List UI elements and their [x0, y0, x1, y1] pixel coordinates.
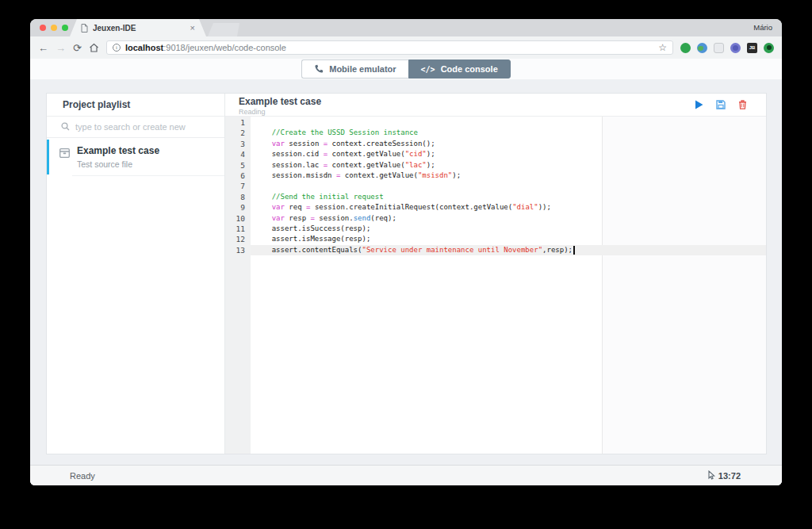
app-page: Mobile emulator </> Code console Project… — [30, 59, 782, 485]
window-controls — [40, 25, 68, 31]
code-line[interactable]: session.lac = context.getValue("lac"); — [251, 160, 766, 171]
line-number: 12 — [225, 234, 251, 244]
extension-green-icon[interactable] — [680, 43, 691, 53]
gutter: 12345678910111213 — [225, 117, 251, 454]
code-editor[interactable]: 12345678910111213 //Create the USSD Sess… — [225, 117, 766, 454]
status-message: Ready — [30, 471, 708, 481]
cursor-pointer-icon — [708, 469, 715, 483]
search-placeholder: type to search or create new — [75, 122, 186, 132]
mobile-emulator-button[interactable]: Mobile emulator — [301, 59, 408, 79]
editor-file-title: Example test case — [239, 97, 695, 106]
url-text[interactable]: localhost:9018/jeuxen/web/code-console — [125, 43, 653, 52]
search-field[interactable]: type to search or create new — [47, 117, 224, 138]
address-bar[interactable]: i localhost:9018/jeuxen/web/code-console… — [106, 40, 673, 55]
code-line[interactable] — [251, 181, 766, 191]
line-number: 5 — [225, 160, 251, 171]
mobile-emulator-label: Mobile emulator — [329, 64, 396, 74]
code-console-button[interactable]: </> Code console — [408, 59, 511, 79]
code-line[interactable]: //Create the USSD Session instance — [251, 128, 766, 138]
browser-avatar-icon[interactable] — [764, 43, 774, 53]
code-line[interactable]: assert.isMessage(resp); — [251, 234, 766, 244]
code-line[interactable]: //Send the initial request — [251, 192, 766, 202]
line-number: 10 — [225, 213, 251, 224]
forward-icon: → — [56, 43, 66, 53]
editor-actions — [695, 94, 766, 109]
reload-icon[interactable]: ⟳ — [73, 43, 82, 53]
code-area[interactable]: //Create the USSD Session instance var s… — [251, 117, 766, 454]
text-cursor — [573, 246, 575, 255]
line-number: 7 — [225, 181, 251, 191]
line-number: 11 — [225, 224, 251, 234]
code-line[interactable]: assert.isSuccess(resp); — [251, 224, 766, 234]
line-number: 6 — [225, 171, 251, 181]
code-icon: </> — [421, 65, 435, 74]
back-icon[interactable]: ← — [38, 43, 48, 53]
item-subtitle: Test source file — [77, 159, 216, 169]
editor-header: Example test case Reading — [225, 94, 766, 117]
close-window-button[interactable] — [40, 25, 46, 31]
browser-tabbar: Jeuxen-IDE × Mário — [30, 19, 782, 36]
code-line[interactable] — [251, 117, 766, 128]
zoom-window-button[interactable] — [62, 25, 68, 31]
browser-tab[interactable]: Jeuxen-IDE × — [70, 19, 206, 36]
code-line[interactable]: session.msisdn = context.getValue("msisd… — [251, 171, 766, 181]
minimize-window-button[interactable] — [51, 25, 57, 31]
line-number: 4 — [225, 149, 251, 159]
line-number: 2 — [225, 128, 251, 138]
url-host: localhost — [125, 43, 163, 52]
browser-toolbar: ← → ⟳ i localhost:9018/jeuxen/web/code-c… — [30, 36, 782, 59]
code-editor-panel: Example test case Reading — [225, 94, 766, 454]
tab-close-icon[interactable]: × — [190, 24, 195, 33]
new-tab-button[interactable] — [208, 23, 239, 36]
phone-icon — [314, 64, 324, 74]
test-file-icon — [59, 147, 70, 161]
line-number: 8 — [225, 192, 251, 202]
home-icon[interactable] — [89, 43, 99, 52]
code-line[interactable]: session.cid = context.getValue("cid"); — [251, 149, 766, 159]
code-line[interactable]: assert.contentEquals("Service under main… — [251, 245, 766, 255]
extension-jb-icon[interactable]: JB — [747, 43, 757, 53]
list-item[interactable]: Example test caseTest source file — [47, 138, 224, 176]
code-console-label: Code console — [441, 64, 498, 74]
line-number: 3 — [225, 139, 251, 149]
editor-status-text: Reading — [239, 108, 695, 116]
view-toggle-band: Mobile emulator </> Code console — [30, 59, 782, 79]
workspace-panel: Project playlist type to search or creat… — [46, 93, 767, 454]
browser-window: Jeuxen-IDE × Mário ← → ⟳ i localhost:901… — [30, 19, 782, 485]
desktop-background: Jeuxen-IDE × Mário ← → ⟳ i localhost:901… — [0, 0, 812, 529]
extension-purple-icon[interactable] — [730, 43, 741, 53]
item-title: Example test case — [77, 145, 216, 156]
code-line[interactable]: var resp = session.send(req); — [251, 213, 766, 224]
status-bar: Ready 13:72 — [30, 465, 782, 485]
sidebar-title: Project playlist — [47, 94, 224, 117]
search-icon — [61, 120, 70, 134]
save-button[interactable] — [716, 100, 726, 109]
bookmark-star-icon[interactable]: ☆ — [658, 42, 667, 53]
extension-cube-icon[interactable] — [714, 43, 724, 53]
project-sidebar: Project playlist type to search or creat… — [47, 94, 225, 454]
code-line[interactable]: var req = session.createInitialRequest(c… — [251, 202, 766, 213]
browser-profile-name[interactable]: Mário — [753, 23, 772, 32]
delete-button[interactable] — [738, 100, 747, 109]
extension-globe-icon[interactable] — [697, 43, 707, 53]
extension-icons: JB — [680, 43, 774, 53]
run-button[interactable] — [695, 100, 703, 109]
page-info-icon[interactable]: i — [113, 44, 121, 52]
code-line[interactable]: var session = context.createSession(); — [251, 139, 766, 149]
cursor-position-indicator: 13:72 — [708, 469, 782, 483]
line-number: 9 — [225, 202, 251, 213]
page-favicon-icon — [81, 24, 88, 33]
tab-title: Jeuxen-IDE — [93, 24, 186, 33]
line-number: 1 — [225, 117, 251, 128]
cursor-position-text: 13:72 — [718, 471, 741, 481]
url-path: :9018/jeuxen/web/code-console — [163, 43, 286, 52]
line-number: 13 — [225, 245, 251, 255]
playlist-list: Example test caseTest source file — [47, 138, 224, 454]
